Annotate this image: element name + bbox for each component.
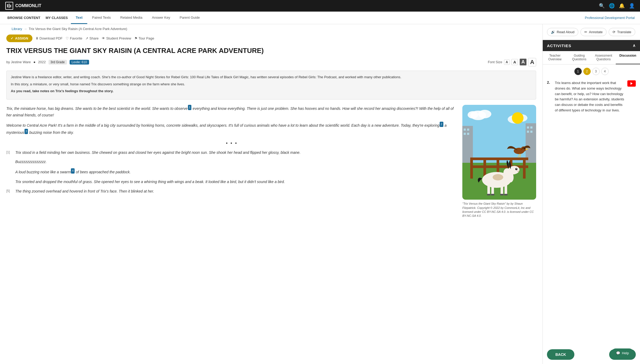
font-xlarge-button[interactable]: A [528, 58, 536, 66]
favorite-button[interactable]: ♡ Favorite [66, 36, 82, 40]
numbered-para-1: [1] Trix stood in a field minding her ow… [6, 150, 457, 156]
globe-icon[interactable]: 🌐 [609, 3, 615, 9]
flag-icon: ⚑ [134, 36, 138, 40]
download-icon: ⬇ [36, 36, 38, 40]
svg-rect-19 [530, 131, 532, 133]
logo: COMMONLIT [5, 2, 41, 10]
author-bio: Jestine Ware is a freelance editor, writ… [11, 75, 532, 80]
svg-rect-2 [10, 5, 11, 7]
tab-assessment-questions[interactable]: Assessment Questions [591, 51, 616, 64]
font-medium-button[interactable]: A [511, 59, 518, 65]
annotate-button[interactable]: ✏ Annotate [580, 28, 607, 36]
my-classes-button[interactable]: MY CLASSES [43, 15, 70, 21]
youtube-play-icon [631, 82, 633, 85]
font-size-label: Font Size [488, 60, 502, 64]
buzzing-sound: Buzzzzzzzzzzzzzz. [6, 159, 457, 165]
share-button[interactable]: ↗ Share [85, 36, 99, 40]
story-illustration [462, 105, 536, 200]
tab-answer-key[interactable]: Answer Key [147, 12, 175, 24]
bell-icon[interactable]: 🔔 [619, 3, 625, 9]
help-icon: 💬 [616, 351, 620, 355]
collapse-icon[interactable]: ∧ [633, 43, 636, 48]
back-button[interactable]: BACK [547, 349, 574, 360]
speaker-icon: 🔊 [551, 30, 555, 34]
logo-icon [5, 2, 13, 10]
assign-button[interactable]: ✓ ASSIGN [6, 35, 32, 42]
translate-icon: ⟳ [613, 30, 615, 34]
secondary-nav: BROWSE CONTENT MY CLASSES Text Paired Te… [0, 12, 640, 24]
action-bar: ✓ ASSIGN ⬇ Download PDF ♡ Favorite ↗ Sha… [6, 33, 536, 42]
top-nav: COMMONLIT 🔍 🌐 🔔 👤 [0, 0, 640, 12]
tab-text[interactable]: Text [71, 12, 87, 24]
tab-list: Text Paired Texts Related Media Answer K… [71, 12, 205, 24]
breadcrumb-separator: → [24, 27, 27, 31]
footnote-3[interactable]: 3 [25, 129, 28, 134]
svg-rect-1 [9, 4, 9, 8]
trix-reaction: Trix snorted and dropped the mouthful of… [6, 179, 457, 185]
search-icon[interactable]: 🔍 [599, 3, 605, 9]
translate-button[interactable]: ⟳ Translate [609, 28, 635, 36]
tour-page-button[interactable]: ⚑ Tour Page [134, 36, 154, 40]
professional-development-link[interactable]: Professional Development Portal [585, 16, 635, 20]
svg-rect-17 [530, 126, 532, 129]
svg-rect-16 [527, 126, 529, 129]
grade-badge: 3rd Grade [49, 60, 67, 65]
footnote-4[interactable]: 4 [71, 168, 75, 174]
nav-left: BROWSE CONTENT MY CLASSES Text Paired Te… [5, 12, 585, 24]
tab-teacher-overview[interactable]: Teacher Overview [543, 51, 567, 64]
top-nav-right: 🔍 🌐 🔔 👤 [599, 3, 635, 9]
svg-rect-11 [464, 129, 466, 131]
eye-icon: 👁 [102, 36, 105, 40]
tab-discussion[interactable]: Discussion [616, 51, 640, 64]
svg-point-40 [516, 169, 517, 169]
question-card: 2. Trix learns about the important work … [543, 77, 640, 345]
svg-rect-13 [464, 133, 466, 135]
footnote-2[interactable]: 2 [440, 122, 443, 127]
svg-rect-33 [487, 194, 491, 195]
user-icon[interactable]: 👤 [629, 3, 635, 9]
story-text: Trix, the miniature horse, has big dream… [6, 105, 457, 218]
student-preview-button[interactable]: 👁 Student Preview [102, 36, 131, 40]
read-aloud-button[interactable]: 🔊 Read Aloud [547, 28, 578, 36]
para-num-1: [1] [6, 150, 13, 156]
activities-header: ACTIVITIES ∧ [543, 40, 640, 51]
assign-label: ASSIGN [15, 36, 28, 40]
svg-rect-0 [7, 4, 8, 7]
svg-rect-36 [504, 194, 508, 195]
download-pdf-button[interactable]: ⬇ Download PDF [36, 36, 62, 40]
annotate-label: Annotate [589, 30, 603, 34]
browse-content-button[interactable]: BROWSE CONTENT [5, 15, 42, 21]
tab-related-media[interactable]: Related Media [115, 12, 147, 24]
share-icon: ↗ [85, 36, 88, 40]
meta-dot: ● [33, 60, 36, 64]
assign-icon: ✓ [11, 36, 13, 40]
tab-paired-texts[interactable]: Paired Texts [87, 12, 115, 24]
tab-parent-guide[interactable]: Parent Guide [175, 12, 205, 24]
story-summary: In this story, a miniature, or very smal… [11, 82, 532, 87]
svg-point-9 [512, 112, 523, 124]
para-num-5: [5] [6, 188, 13, 195]
breadcrumb-library[interactable]: Library [12, 27, 22, 31]
image-caption: "Trix Versus the Giant Sky Raisin" by by… [462, 202, 536, 218]
page-dot-2[interactable]: 2 [583, 68, 591, 75]
youtube-button[interactable] [627, 80, 636, 87]
tab-guiding-questions[interactable]: Guiding Questions [567, 51, 591, 64]
svg-rect-32 [505, 185, 507, 194]
font-small-button[interactable]: A [504, 60, 510, 65]
page-dot-4[interactable]: 4 [601, 68, 609, 75]
help-button[interactable]: 💬 Help [611, 348, 634, 358]
main-layout: Library → Trix Versus the Giant Sky Rais… [0, 24, 640, 364]
svg-rect-29 [487, 185, 490, 194]
book-title: TRIX VERSUS THE GIANT SKY RAISIN (A CENT… [6, 46, 536, 55]
font-large-button[interactable]: A [520, 58, 527, 66]
page-dot-3[interactable]: 3 [592, 68, 600, 75]
book-meta: by Jestine Ware ● 2022 3rd Grade Lexile:… [6, 58, 536, 66]
pagination-dots: 1 2 3 4 [543, 65, 640, 77]
lexile-badge: Lexile: 610 [70, 60, 89, 65]
help-label: Help [622, 351, 629, 355]
footnote-1[interactable]: 1 [188, 105, 192, 110]
page-dot-1[interactable]: 1 [574, 68, 582, 75]
pencil-icon: ✏ [584, 30, 587, 34]
question-header: 2. Trix learns about the important work … [547, 80, 636, 113]
activities-title: ACTIVITIES [547, 43, 571, 48]
